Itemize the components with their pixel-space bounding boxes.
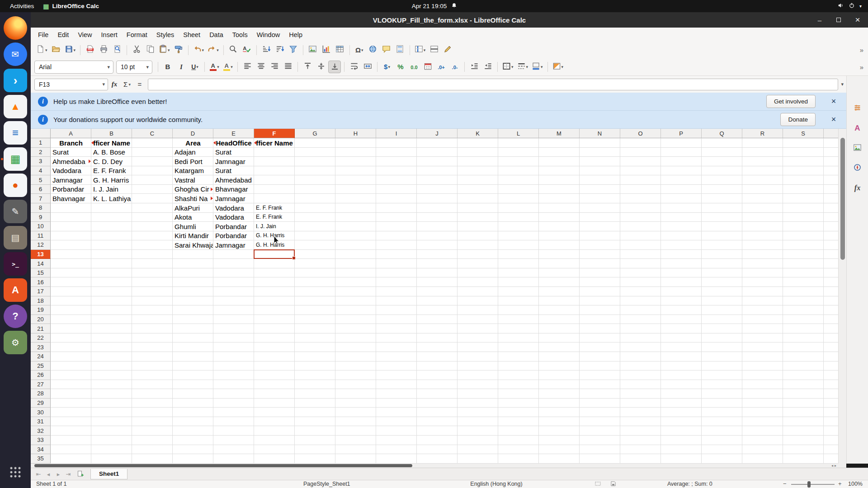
cell-H32[interactable] <box>335 426 376 436</box>
cell-E23[interactable] <box>213 343 254 352</box>
dock-app-grid-icon[interactable] <box>4 460 27 484</box>
cell-B35[interactable] <box>91 454 132 464</box>
cell-P2[interactable] <box>661 148 702 157</box>
cell-D30[interactable] <box>173 408 213 417</box>
cell-N5[interactable] <box>580 175 620 185</box>
cell-B1[interactable]: fficer Name <box>91 138 132 148</box>
cell-N19[interactable] <box>580 305 620 315</box>
cell-E35[interactable] <box>213 454 254 464</box>
col-header-F[interactable]: F <box>254 129 295 138</box>
cell-H6[interactable] <box>335 185 376 194</box>
cell-C4[interactable] <box>132 166 173 176</box>
cell-R35[interactable] <box>742 454 783 464</box>
first-sheet-button[interactable] <box>33 469 43 479</box>
cell-M22[interactable] <box>539 333 580 343</box>
cell-I9[interactable] <box>376 213 417 222</box>
dock-firefox-icon[interactable] <box>4 16 27 40</box>
cell-G26[interactable] <box>295 371 335 380</box>
cell-F26[interactable] <box>254 371 295 380</box>
cell-J28[interactable] <box>417 389 458 399</box>
add-decimal-button[interactable]: .0+ <box>435 61 448 73</box>
cell-P15[interactable] <box>661 268 702 278</box>
cell-L4[interactable] <box>498 166 539 176</box>
cell-S1[interactable] <box>783 138 824 148</box>
cell-Q5[interactable] <box>702 175 742 185</box>
cell-M10[interactable] <box>539 222 580 231</box>
close-infobar-icon[interactable] <box>828 97 839 106</box>
undo-button[interactable] <box>192 44 206 56</box>
cell-I5[interactable] <box>376 175 417 185</box>
cut-button[interactable] <box>130 44 143 56</box>
cell-I11[interactable] <box>376 231 417 241</box>
cell-F20[interactable] <box>254 315 295 324</box>
cell-Q33[interactable] <box>702 436 742 445</box>
cell-E18[interactable] <box>213 296 254 306</box>
cell-Q7[interactable] <box>702 194 742 203</box>
conditional-formatting-button[interactable] <box>551 61 565 73</box>
cell-M20[interactable] <box>539 315 580 324</box>
cell-G34[interactable] <box>295 445 335 455</box>
cell-Q4[interactable] <box>702 166 742 176</box>
cell-C26[interactable] <box>132 371 173 380</box>
col-header-O[interactable]: O <box>620 129 661 138</box>
cell-L8[interactable] <box>498 203 539 213</box>
cell-H15[interactable] <box>335 268 376 278</box>
toolbar-overflow-button[interactable]: » <box>860 63 863 71</box>
cell-Q32[interactable] <box>702 426 742 436</box>
cell-J1[interactable] <box>417 138 458 148</box>
cell-G27[interactable] <box>295 380 335 389</box>
cell-J14[interactable] <box>417 259 458 268</box>
cell-G32[interactable] <box>295 426 335 436</box>
cell-M8[interactable] <box>539 203 580 213</box>
cell-A1[interactable]: Branch <box>51 138 91 148</box>
cell-J3[interactable] <box>417 157 458 166</box>
col-header-R[interactable]: R <box>742 129 783 138</box>
cell-C28[interactable] <box>132 389 173 399</box>
cell-J24[interactable] <box>417 352 458 361</box>
cell-K29[interactable] <box>458 399 498 408</box>
cell-C23[interactable] <box>132 343 173 352</box>
cell-A14[interactable] <box>51 259 91 268</box>
cell-C6[interactable] <box>132 185 173 194</box>
cell-N23[interactable] <box>580 343 620 352</box>
cell-G29[interactable] <box>295 399 335 408</box>
cell-L17[interactable] <box>498 287 539 296</box>
cell-J8[interactable] <box>417 203 458 213</box>
cell-M1[interactable] <box>539 138 580 148</box>
cell-N3[interactable] <box>580 157 620 166</box>
cell-I13[interactable] <box>376 250 417 259</box>
cell-K9[interactable] <box>458 213 498 222</box>
cell-O24[interactable] <box>620 352 661 361</box>
cell-R18[interactable] <box>742 296 783 306</box>
row-header-2[interactable]: 2 <box>31 148 51 157</box>
row-header-4[interactable]: 4 <box>31 166 51 176</box>
cell-F8[interactable]: E. F. Frank <box>254 203 295 213</box>
cell-I2[interactable] <box>376 148 417 157</box>
cell-D25[interactable] <box>173 361 213 371</box>
dock-ubuntu-software-icon[interactable]: A <box>4 278 27 302</box>
cell-A35[interactable] <box>51 454 91 464</box>
cell-D11[interactable]: Kirti Mandir <box>173 231 213 241</box>
cell-A15[interactable] <box>51 268 91 278</box>
cell-F17[interactable] <box>254 287 295 296</box>
cell-M31[interactable] <box>539 417 580 427</box>
cell-O33[interactable] <box>620 436 661 445</box>
add-sheet-button[interactable] <box>75 469 86 479</box>
cell-G6[interactable] <box>295 185 335 194</box>
dock-libreoffice-writer-icon[interactable]: ≡ <box>4 121 27 145</box>
cell-S31[interactable] <box>783 417 824 427</box>
cell-J18[interactable] <box>417 296 458 306</box>
cell-B31[interactable] <box>91 417 132 427</box>
cell-B21[interactable] <box>91 324 132 333</box>
cell-E34[interactable] <box>213 445 254 455</box>
row-header-7[interactable]: 7 <box>31 194 51 203</box>
cell-N13[interactable] <box>580 250 620 259</box>
cell-B15[interactable] <box>91 268 132 278</box>
cell-A17[interactable] <box>51 287 91 296</box>
cell-J21[interactable] <box>417 324 458 333</box>
cell-G14[interactable] <box>295 259 335 268</box>
cell-D1[interactable]: Area <box>173 138 213 148</box>
cell-R15[interactable] <box>742 268 783 278</box>
col-header-A[interactable]: A <box>51 129 91 138</box>
cell-G10[interactable] <box>295 222 335 231</box>
